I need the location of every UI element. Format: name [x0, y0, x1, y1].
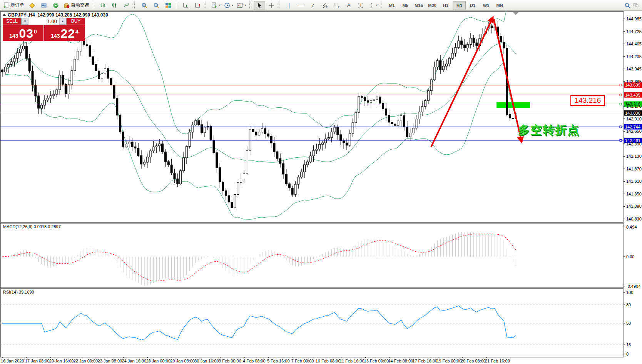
- terminal-button[interactable]: [50, 1, 62, 10]
- chat-icon[interactable]: [633, 2, 639, 8]
- text-label-button[interactable]: T: [355, 1, 366, 10]
- candle-body: [143, 162, 145, 164]
- timeframe-m15-button[interactable]: M15: [412, 1, 425, 10]
- equidistant-channel-icon: E: [322, 2, 328, 8]
- toolbar-separator: [381, 2, 384, 9]
- buy-price-button[interactable]: 143 22 4: [44, 25, 85, 41]
- tile-windows-button[interactable]: [162, 1, 174, 10]
- volume-stepper: ▼ 1.00 ▲: [21, 18, 67, 25]
- timeframe-m5-button[interactable]: M5: [399, 1, 412, 10]
- candle-body: [273, 143, 275, 152]
- level-handle[interactable]: [620, 94, 622, 96]
- macd-tick-label: 0.494: [626, 225, 637, 229]
- candle-body: [92, 57, 94, 64]
- candle-body: [370, 101, 372, 102]
- timeframe-d1-button[interactable]: D1: [466, 1, 479, 10]
- candlestick-chart-button[interactable]: [109, 1, 120, 10]
- candle-body: [373, 100, 375, 101]
- chart-shift-icon: [195, 2, 201, 8]
- timeframe-m1-button[interactable]: M1: [385, 1, 398, 10]
- navigator-button[interactable]: [38, 1, 50, 10]
- arrows-button[interactable]: ▾: [367, 1, 379, 10]
- periods-button[interactable]: ▾: [222, 1, 235, 10]
- volume-value[interactable]: 1.00: [28, 18, 59, 25]
- new-order-button[interactable]: + 新订单: [2, 1, 26, 10]
- candle-body: [267, 134, 269, 137]
- text-button[interactable]: A: [343, 1, 354, 10]
- timeframe-h1-button[interactable]: H1: [439, 1, 452, 10]
- candle-body: [216, 153, 218, 168]
- candle-body: [167, 162, 169, 165]
- cursor-button[interactable]: [254, 1, 265, 10]
- indicators-button[interactable]: + ▾: [210, 1, 222, 10]
- buy-button[interactable]: BUY: [67, 18, 85, 25]
- toolbar-separator: [134, 2, 137, 9]
- candle-body: [400, 115, 402, 121]
- sell-price-button[interactable]: 143 03 0: [3, 25, 43, 41]
- candle-body: [47, 98, 48, 100]
- candle-body: [189, 132, 191, 147]
- svg-text:T: T: [359, 3, 362, 7]
- volume-decrease-button[interactable]: ▼: [22, 18, 28, 25]
- time-axis-label: 16 Jan 2020: [1, 359, 24, 363]
- zoom-in-button[interactable]: [139, 1, 150, 10]
- candle-body: [162, 144, 164, 152]
- level-handle[interactable]: [620, 139, 622, 141]
- horizontal-line-button[interactable]: —: [295, 1, 307, 10]
- timeframe-h4-button[interactable]: H4: [453, 1, 466, 10]
- main-toolbar: + 新订单 自动交易 + ▾ ▾: [0, 0, 642, 11]
- candle-body: [134, 147, 136, 148]
- trendline-button[interactable]: ∕: [307, 1, 319, 10]
- level-handle[interactable]: [620, 84, 622, 86]
- toolbar-separator: [249, 2, 252, 9]
- candle-body: [464, 45, 466, 48]
- collapse-arrow-icon[interactable]: [2, 13, 6, 16]
- candle-body: [174, 173, 176, 179]
- fibonacci-icon: F: [334, 2, 340, 8]
- bar-chart-button[interactable]: [97, 1, 109, 10]
- rsi-tick-label: 50: [626, 321, 631, 326]
- crosshair-button[interactable]: [266, 1, 277, 10]
- equidistant-channel-button[interactable]: E: [319, 1, 331, 10]
- candle-body: [291, 188, 293, 194]
- candle-body: [74, 59, 76, 71]
- line-chart-button[interactable]: [121, 1, 132, 10]
- timeframe-mn-button[interactable]: MN: [493, 1, 506, 10]
- sell-button[interactable]: SELL: [3, 18, 21, 25]
- candle-body: [436, 60, 438, 67]
- templates-button[interactable]: ▾: [235, 1, 247, 10]
- candle-body: [412, 128, 414, 133]
- candle-body: [328, 138, 329, 139]
- level-handle[interactable]: [620, 126, 622, 128]
- candle-body: [152, 147, 154, 151]
- candle-body: [35, 85, 37, 96]
- market-watch-button[interactable]: [26, 1, 38, 10]
- candle-body: [128, 142, 130, 144]
- autotrading-button[interactable]: 自动交易: [62, 1, 91, 10]
- price-callout-box[interactable]: 143.216: [570, 95, 605, 106]
- candle-body: [68, 85, 70, 94]
- turning-point-annotation[interactable]: 多空转折点: [518, 122, 580, 138]
- chart-shift-button[interactable]: [192, 1, 204, 10]
- candle-body: [149, 151, 151, 157]
- search-icon[interactable]: [624, 2, 630, 8]
- timeframe-m30-button[interactable]: M30: [426, 1, 439, 10]
- timeframe-w1-button[interactable]: W1: [480, 1, 493, 10]
- vertical-line-button[interactable]: |: [283, 1, 295, 10]
- candle-body: [361, 97, 363, 97]
- candle-body: [285, 174, 287, 184]
- candle-body: [240, 179, 242, 182]
- candle-body: [503, 42, 505, 48]
- candle-body: [7, 65, 9, 67]
- volume-increase-button[interactable]: ▲: [59, 18, 66, 25]
- buy-price-big: 22: [60, 27, 75, 40]
- candle-body: [403, 115, 405, 127]
- auto-scroll-button[interactable]: [180, 1, 192, 10]
- candle-body: [343, 141, 345, 143]
- candle-body: [22, 46, 24, 49]
- main-pane: [0, 12, 624, 222]
- fibonacci-button[interactable]: F: [331, 1, 343, 10]
- time-axis-label: 21 Feb 16:00: [485, 359, 510, 363]
- candle-body: [455, 47, 456, 53]
- zoom-out-button[interactable]: [150, 1, 162, 10]
